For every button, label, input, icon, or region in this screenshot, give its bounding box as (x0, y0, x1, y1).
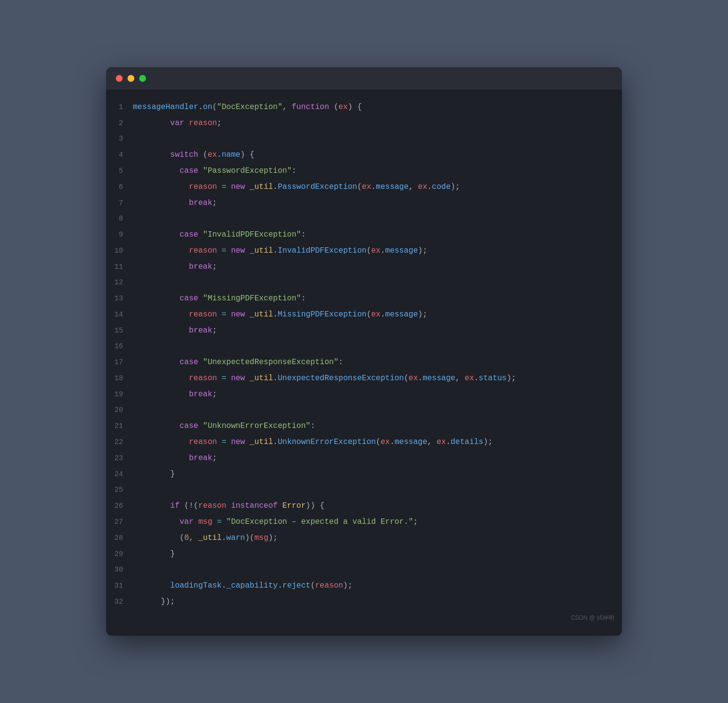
line-number: 28 (106, 531, 133, 546)
code-text: break; (133, 259, 217, 274)
line-number: 2 (106, 116, 133, 131)
line-number: 16 (106, 339, 133, 354)
code-line-22: 22 reason = new _util.UnknownErrorExcept… (106, 434, 622, 450)
code-line-17: 17 case "UnexpectedResponseException": (106, 354, 622, 370)
code-editor: 1 messageHandler.on("DocException", func… (106, 90, 622, 636)
line-number: 1 (106, 100, 133, 115)
code-line-18: 18 reason = new _util.UnexpectedResponse… (106, 370, 622, 387)
code-line-5: 5 case "PasswordException": (106, 163, 622, 179)
line-number: 7 (106, 196, 133, 211)
line-number: 10 (106, 244, 133, 259)
line-number: 8 (106, 212, 133, 226)
code-line-7: 7 break; (106, 195, 622, 211)
titlebar (106, 67, 622, 90)
code-text: } (133, 547, 175, 561)
code-line-27: 27 var msg = "DocException – expected a … (106, 514, 622, 530)
code-line-11: 11 break; (106, 259, 622, 275)
code-text: var msg = "DocException – expected a val… (133, 515, 418, 529)
code-line-16: 16 (106, 339, 622, 354)
close-button[interactable] (116, 75, 123, 82)
code-line-9: 9 case "InvalidPDFException": (106, 227, 622, 243)
code-line-30: 30 (106, 562, 622, 578)
line-number: 18 (106, 371, 133, 386)
line-number: 26 (106, 499, 133, 514)
code-line-12: 12 (106, 275, 622, 291)
line-number: 13 (106, 292, 133, 306)
code-line-20: 20 (106, 403, 622, 418)
line-number: 17 (106, 355, 133, 370)
line-number: 27 (106, 515, 133, 530)
line-number: 32 (106, 595, 133, 610)
code-text: var reason; (133, 116, 221, 130)
code-text: break; (133, 323, 217, 338)
line-number: 19 (106, 388, 133, 402)
code-text: (0, _util.warn)(msg); (133, 531, 278, 545)
code-line-32: 32 }); (106, 594, 622, 610)
code-line-21: 21 case "UnknownErrorException": (106, 418, 622, 434)
code-text: }); (133, 594, 175, 609)
code-text: reason = new _util.InvalidPDFException(e… (133, 243, 427, 258)
line-number: 12 (106, 276, 133, 290)
minimize-button[interactable] (127, 75, 134, 82)
code-text: case "UnexpectedResponseException": (133, 355, 343, 370)
code-line-23: 23 break; (106, 450, 622, 466)
line-number: 25 (106, 483, 133, 498)
code-text: switch (ex.name) { (133, 148, 255, 162)
code-text: break; (133, 387, 217, 402)
code-line-26: 26 if (!(reason instanceof Error)) { (106, 498, 622, 514)
code-line-28: 28 (0, _util.warn)(msg); (106, 530, 622, 546)
code-line-14: 14 reason = new _util.MissingPDFExceptio… (106, 307, 622, 323)
code-line-8: 8 (106, 211, 622, 227)
code-text: break; (133, 196, 217, 210)
code-text: reason = new _util.PasswordException(ex.… (133, 180, 460, 194)
code-line-24: 24 } (106, 466, 622, 482)
code-text: break; (133, 451, 217, 465)
code-text: messageHandler.on("DocException", functi… (133, 100, 362, 114)
code-text: case "InvalidPDFException": (133, 227, 306, 242)
code-text: reason = new _util.UnexpectedResponseExc… (133, 371, 516, 386)
code-line-6: 6 reason = new _util.PasswordException(e… (106, 179, 622, 195)
line-number: 22 (106, 435, 133, 450)
watermark: CSDN @ 拭神明 (106, 610, 622, 626)
line-number: 11 (106, 260, 133, 275)
code-text: case "UnknownErrorException": (133, 419, 315, 433)
line-number: 5 (106, 164, 133, 179)
line-number: 4 (106, 148, 133, 163)
line-number: 20 (106, 403, 133, 418)
code-text: case "PasswordException": (133, 164, 296, 178)
line-number: 31 (106, 579, 133, 593)
code-window: 1 messageHandler.on("DocException", func… (106, 67, 622, 636)
code-line-13: 13 case "MissingPDFException": (106, 291, 622, 307)
code-text: if (!(reason instanceof Error)) { (133, 499, 325, 513)
code-text: reason = new _util.MissingPDFException(e… (133, 307, 427, 322)
code-line-19: 19 break; (106, 387, 622, 403)
code-line-1: 1 messageHandler.on("DocException", func… (106, 99, 622, 115)
code-text: case "MissingPDFException": (133, 291, 306, 306)
code-text: reason = new _util.UnknownErrorException… (133, 435, 492, 449)
line-number: 14 (106, 308, 133, 322)
code-line-3: 3 (106, 131, 622, 147)
code-line-15: 15 break; (106, 323, 622, 339)
line-number: 3 (106, 132, 133, 147)
maximize-button[interactable] (139, 75, 146, 82)
code-line-29: 29 } (106, 546, 622, 562)
code-line-10: 10 reason = new _util.InvalidPDFExceptio… (106, 243, 622, 259)
line-number: 24 (106, 467, 133, 482)
code-line-4: 4 switch (ex.name) { (106, 147, 622, 163)
line-number: 23 (106, 451, 133, 466)
line-number: 30 (106, 563, 133, 577)
code-text: loadingTask._capability.reject(reason); (133, 578, 352, 593)
line-number: 21 (106, 419, 133, 434)
line-number: 29 (106, 547, 133, 562)
code-text: } (133, 467, 175, 481)
code-line-31: 31 loadingTask._capability.reject(reason… (106, 578, 622, 594)
line-number: 9 (106, 228, 133, 242)
line-number: 15 (106, 324, 133, 338)
line-number: 6 (106, 180, 133, 195)
code-line-25: 25 (106, 482, 622, 498)
code-line-2: 2 var reason; (106, 115, 622, 131)
